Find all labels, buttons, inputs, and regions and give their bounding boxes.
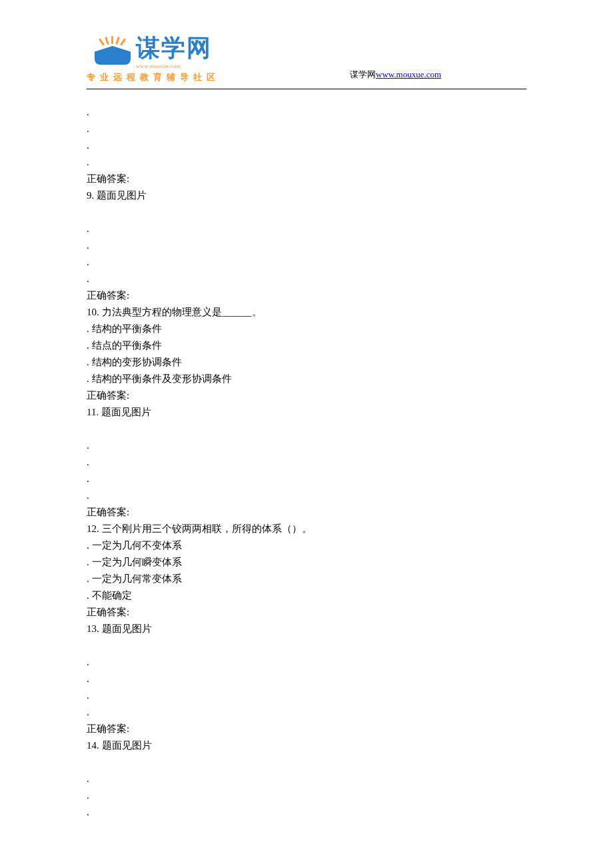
question-text: 11. 题面见图片 bbox=[87, 404, 613, 421]
dot-line: . bbox=[87, 104, 613, 121]
option-text: . 一定为几何瞬变体系 bbox=[87, 554, 613, 571]
dot-line: . bbox=[87, 454, 613, 471]
option-text: . 结构的平衡条件 bbox=[87, 321, 613, 337]
option-text: . 不能确定 bbox=[87, 587, 613, 604]
dot-line: . bbox=[87, 121, 613, 137]
dot-line: . bbox=[87, 804, 613, 821]
dot-line: . bbox=[87, 787, 613, 804]
dot-line: . bbox=[87, 471, 613, 487]
dot-line: . bbox=[87, 271, 613, 287]
logo-icon bbox=[95, 37, 131, 65]
blank-line bbox=[87, 754, 613, 771]
dot-line: . bbox=[87, 154, 613, 171]
dot-line: . bbox=[87, 254, 613, 271]
question-text: 13. 题面见图片 bbox=[87, 621, 613, 637]
dot-line: . bbox=[87, 704, 613, 721]
header-right-text: 谋学网 bbox=[350, 69, 376, 79]
dot-line: . bbox=[87, 671, 613, 687]
logo-main: 谋学网 www.mouxue.com bbox=[95, 32, 212, 69]
dot-line: . bbox=[87, 654, 613, 671]
document-content: ....正确答案:9. 题面见图片....正确答案:10. 力法典型方程的物理意… bbox=[0, 89, 613, 821]
dot-line: . bbox=[87, 487, 613, 504]
question-text: 12. 三个刚片用三个铰两两相联，所得的体系（）。 bbox=[87, 521, 613, 537]
page-header: 谋学网 www.mouxue.com 专业远程教育辅导社区 谋学网www.mou… bbox=[0, 0, 613, 83]
dot-line: . bbox=[87, 437, 613, 454]
dot-line: . bbox=[87, 221, 613, 237]
header-link[interactable]: www.mouxue.com bbox=[376, 69, 441, 79]
header-right: 谋学网www.mouxue.com bbox=[350, 69, 441, 83]
logo-subtitle: 专业远程教育辅导社区 bbox=[87, 71, 220, 83]
option-text: . 结构的平衡条件及变形协调条件 bbox=[87, 371, 613, 387]
logo-text: 谋学网 bbox=[136, 32, 212, 65]
dot-line: . bbox=[87, 137, 613, 154]
answer-label: 正确答案: bbox=[87, 171, 613, 187]
blank-line bbox=[87, 421, 613, 437]
question-text: 9. 题面见图片 bbox=[87, 187, 613, 204]
option-text: . 一定为几何常变体系 bbox=[87, 571, 613, 587]
question-text: 10. 力法典型方程的物理意义是______。 bbox=[87, 304, 613, 321]
option-text: . 结点的平衡条件 bbox=[87, 337, 613, 354]
answer-label: 正确答案: bbox=[87, 287, 613, 304]
answer-label: 正确答案: bbox=[87, 721, 613, 737]
answer-label: 正确答案: bbox=[87, 387, 613, 404]
dot-line: . bbox=[87, 237, 613, 254]
dot-line: . bbox=[87, 687, 613, 704]
answer-label: 正确答案: bbox=[87, 504, 613, 521]
question-text: 14. 题面见图片 bbox=[87, 737, 613, 754]
option-text: . 一定为几何不变体系 bbox=[87, 537, 613, 554]
blank-line bbox=[87, 204, 613, 221]
answer-label: 正确答案: bbox=[87, 604, 613, 621]
dot-line: . bbox=[87, 771, 613, 787]
blank-line bbox=[87, 637, 613, 654]
option-text: . 结构的变形协调条件 bbox=[87, 354, 613, 371]
logo: 谋学网 www.mouxue.com 专业远程教育辅导社区 bbox=[87, 32, 220, 83]
